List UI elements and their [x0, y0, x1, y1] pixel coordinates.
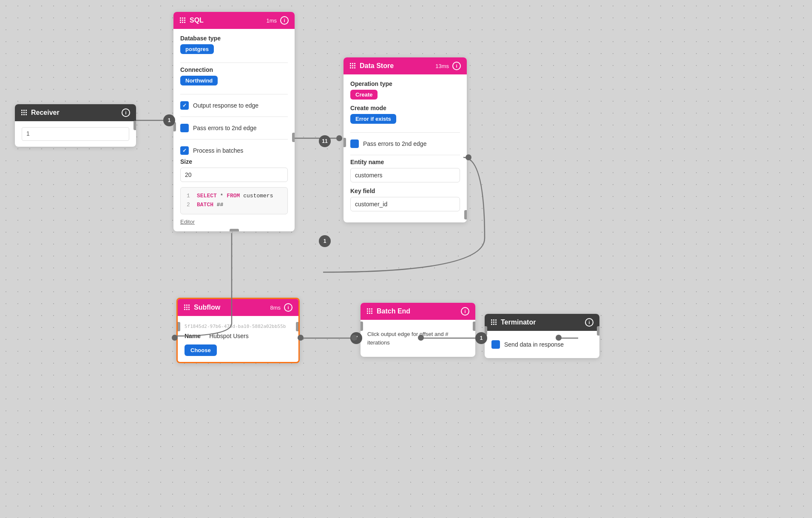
edge-dot-batchend-in: [351, 335, 357, 341]
sql-connection-label: Connection: [180, 66, 288, 73]
receiver-header: Receiver i: [15, 104, 136, 121]
batch-end-output-port[interactable]: [473, 322, 475, 331]
terminator-output-port[interactable]: [597, 326, 599, 336]
edge-label-11: 11: [319, 135, 331, 147]
sql-bottom-port[interactable]: [230, 229, 239, 231]
edge-label-1b: 1: [319, 235, 331, 247]
datastore-output-port[interactable]: [464, 210, 467, 219]
datastore-pass-errors-checkbox[interactable]: [350, 139, 359, 148]
datastore-create-mode-badge[interactable]: Error if exists: [350, 114, 396, 124]
subflow-timing: 8ms: [270, 305, 281, 311]
edge-label-1: 1: [163, 114, 175, 126]
sql-process-batches-row: ✓ Process in batches: [180, 143, 288, 158]
terminator-grid-icon: [491, 319, 497, 326]
datastore-entity-label: Entity name: [350, 159, 460, 165]
subflow-title: Subflow: [194, 304, 220, 311]
subflow-name-value: Hubspot Users: [209, 333, 249, 339]
subflow-info-button[interactable]: i: [284, 303, 292, 312]
subflow-input-port[interactable]: [176, 322, 180, 331]
datastore-pass-errors-label: Pass errors to 2nd edge: [363, 140, 426, 147]
subflow-header: Subflow 8ms i: [178, 299, 298, 316]
sql-editor-link[interactable]: Editor: [180, 219, 195, 225]
edge-dot-datastore-out: [466, 154, 471, 160]
datastore-node: Data Store 13ms i Operation type Create …: [344, 57, 467, 222]
terminator-title: Terminator: [501, 319, 536, 326]
receiver-title: Receiver: [31, 109, 60, 117]
sql-process-check-icon: ✓: [182, 148, 187, 154]
subflow-body: 5f1845d2-97b6-475d-ba10-5882a02bb55b Nam…: [178, 316, 298, 362]
sql-body: Database type postgres Connection Northw…: [173, 29, 295, 231]
sql-code-line-2: 2 BATCH ##: [187, 201, 281, 210]
edge-dot-batchend-out: [418, 335, 424, 341]
subflow-choose-button[interactable]: Choose: [185, 344, 217, 356]
sql-output-check-icon: ✓: [182, 102, 187, 108]
sql-info-button[interactable]: i: [280, 16, 289, 25]
sql-process-batches-checkbox[interactable]: ✓: [180, 146, 189, 155]
sql-divider-4: [180, 139, 288, 139]
sql-header: SQL 1ms i: [173, 12, 295, 29]
datastore-create-mode-label: Create mode: [350, 105, 460, 111]
sql-pass-errors-checkbox[interactable]: [180, 124, 189, 132]
batch-end-grid-icon: [366, 308, 373, 315]
edge-dot-terminator-out: [556, 335, 562, 341]
receiver-info-button[interactable]: i: [122, 108, 130, 117]
sql-code-line-1: 1 SELECT * FROM customers: [187, 192, 281, 201]
sql-timing: 1ms: [266, 17, 277, 24]
subflow-node: Subflow 8ms i 5f1845d2-97b6-475d-ba10-58…: [176, 298, 300, 363]
terminator-send-label: Send data in response: [504, 341, 564, 348]
terminator-node: Terminator i Send data in response: [485, 314, 599, 358]
receiver-output-port[interactable]: [133, 121, 136, 130]
terminator-header: Terminator i: [485, 314, 599, 331]
batch-end-info-button[interactable]: i: [461, 307, 469, 316]
sql-process-batches-label: Process in batches: [193, 147, 243, 154]
receiver-value: 1: [22, 127, 129, 141]
datastore-entity-input[interactable]: customers: [350, 168, 460, 182]
batch-end-node: Batch End i Click output edge for offset…: [361, 303, 475, 357]
sql-divider-1: [180, 63, 288, 63]
sql-connection-badge[interactable]: Northwind: [180, 76, 218, 85]
datastore-input-port[interactable]: [344, 138, 346, 147]
sql-output-response-checkbox[interactable]: ✓: [180, 101, 189, 110]
sql-db-type-label: Database type: [180, 35, 288, 42]
edge-label-1c: 1: [475, 332, 487, 344]
terminator-info-button[interactable]: i: [585, 318, 593, 327]
subflow-name-row: Name Hubspot Users: [185, 333, 292, 339]
batch-end-input-port[interactable]: [361, 322, 363, 331]
datastore-info-button[interactable]: i: [452, 62, 461, 70]
terminator-body: Send data in response: [485, 331, 599, 358]
sql-output-response-row: ✓ Output response to edge: [180, 98, 288, 113]
datastore-op-type-label: Operation type: [350, 80, 460, 87]
sql-db-type-badge[interactable]: postgres: [180, 44, 214, 54]
subflow-output-port[interactable]: [296, 322, 300, 331]
subflow-id-text: 5f1845d2-97b6-475d-ba10-5882a02bb55b: [185, 322, 292, 333]
edge-dot-subflow-out: [298, 335, 304, 341]
datastore-op-type-badge[interactable]: Create: [350, 90, 378, 100]
datastore-divider-2: [350, 155, 460, 155]
sql-divider-3: [180, 117, 288, 117]
subflow-name-label: Name: [185, 333, 201, 339]
sql-pass-errors-label: Pass errors to 2nd edge: [193, 125, 256, 131]
terminator-send-checkbox[interactable]: [491, 340, 500, 349]
sql-pass-errors-row: Pass errors to 2nd edge: [180, 120, 288, 136]
receiver-node: Receiver i 1: [15, 104, 136, 147]
sql-output-response-label: Output response to edge: [193, 102, 258, 109]
batch-end-header: Batch End i: [361, 303, 475, 320]
edge-dot-sql-out: [336, 135, 342, 141]
edge-dot-subflow-in: [172, 335, 178, 341]
datastore-pass-errors-row: Pass errors to 2nd edge: [350, 136, 460, 151]
datastore-grid-icon: [349, 63, 356, 69]
datastore-title: Data Store: [360, 62, 394, 70]
datastore-key-input[interactable]: customer_id: [350, 197, 460, 211]
receiver-grid-icon: [21, 109, 28, 116]
receiver-body: 1: [15, 121, 136, 147]
terminator-send-row: Send data in response: [491, 337, 593, 352]
sql-size-input[interactable]: 20: [180, 168, 288, 182]
sql-grid-icon: [179, 17, 186, 24]
sql-size-label: Size: [180, 158, 288, 165]
batch-end-title: Batch End: [377, 307, 410, 315]
datastore-header: Data Store 13ms i: [344, 57, 467, 74]
datastore-key-label: Key field: [350, 188, 460, 194]
subflow-grid-icon: [184, 304, 190, 311]
sql-output-port[interactable]: [292, 133, 295, 142]
sql-title: SQL: [190, 17, 204, 24]
